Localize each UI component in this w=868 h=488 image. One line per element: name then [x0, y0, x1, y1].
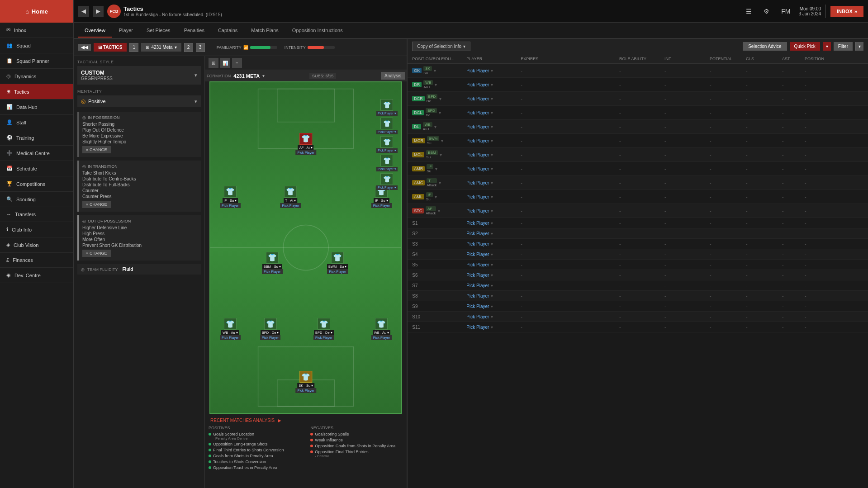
- mentality-dropdown-icon[interactable]: ▾: [194, 99, 197, 104]
- pick-player-btn[interactable]: Pick Player: [466, 124, 489, 129]
- expand-icon[interactable]: ▾: [434, 68, 436, 73]
- pick-player-btn[interactable]: Pick Player: [466, 68, 489, 73]
- sidebar-item-dev-centre[interactable]: ◉ Dev. Centre: [0, 268, 73, 283]
- player-expand-icon[interactable]: ▾: [491, 124, 493, 129]
- dcr-dropdown[interactable]: ▾: [331, 331, 332, 335]
- player-expand-icon[interactable]: ▾: [491, 314, 493, 319]
- player-expand-icon[interactable]: ▾: [491, 138, 493, 143]
- mcr-pick-btn[interactable]: Pick Player: [327, 269, 348, 274]
- player-expand-icon[interactable]: ▾: [491, 242, 493, 246]
- player-expand-icon[interactable]: ▾: [491, 82, 493, 87]
- pick-player-btn[interactable]: Pick Player: [466, 110, 489, 115]
- inbox-button[interactable]: INBOX »: [830, 6, 863, 17]
- player-expand-icon[interactable]: ▾: [491, 110, 493, 115]
- player-expand-icon[interactable]: ▾: [491, 68, 493, 73]
- dr-pick-btn[interactable]: Pick Player: [371, 335, 392, 340]
- aml-dropdown[interactable]: ▾: [235, 199, 237, 203]
- sidebar-item-inbox[interactable]: ✉ Inbox: [0, 23, 73, 38]
- amr-pick-btn[interactable]: Pick Player: [371, 203, 392, 208]
- tab-opposition[interactable]: Opposition Instructions: [286, 24, 349, 38]
- pick-player-btn[interactable]: Pick Player: [466, 242, 489, 246]
- sidebar-item-club-vision[interactable]: ◈ Club Vision: [0, 237, 73, 253]
- settings-button[interactable]: ⚙: [760, 6, 773, 17]
- expand-icon[interactable]: ▾: [435, 166, 437, 171]
- fm-button[interactable]: FM: [778, 6, 794, 17]
- amr-dropdown[interactable]: ▾: [386, 199, 388, 203]
- rm-title[interactable]: RECENT MATCHES ANALYSIS ▶: [209, 418, 403, 423]
- pick-player-btn[interactable]: Pick Player: [466, 231, 489, 236]
- collapse-button[interactable]: ◀◀: [78, 44, 91, 51]
- filter-btn[interactable]: Filter: [834, 42, 853, 51]
- expand-icon[interactable]: ▾: [439, 110, 441, 115]
- sidebar-item-scouting[interactable]: 🔍 Scouting: [0, 192, 73, 207]
- player-expand-icon[interactable]: ▾: [491, 152, 493, 157]
- amc-pick-btn[interactable]: Pick Player: [280, 203, 301, 208]
- pick-player-btn[interactable]: Pick Player: [466, 273, 489, 278]
- pick-player-btn[interactable]: Pick Player: [466, 325, 489, 330]
- pick-player-btn[interactable]: Pick Player: [466, 221, 489, 226]
- sidebar-item-staff[interactable]: 👤 Staff: [0, 115, 73, 130]
- expand-icon[interactable]: ▾: [440, 152, 442, 157]
- sidebar-item-tactics[interactable]: ⊞ Tactics: [0, 84, 73, 99]
- dr-dropdown[interactable]: ▾: [387, 331, 389, 335]
- sidebar-item-squad[interactable]: 👥 Squad: [0, 38, 73, 53]
- side-pick-btn-1[interactable]: Pick Player ▾: [376, 111, 398, 116]
- sidebar-item-transfers[interactable]: ↔ Transfers: [0, 207, 73, 222]
- copy-selection-btn[interactable]: Copy of Selection Info ▾: [412, 42, 470, 51]
- slot3-btn[interactable]: 3: [196, 43, 205, 52]
- expand-icon[interactable]: ▾: [435, 194, 437, 199]
- forward-button[interactable]: ▶: [93, 6, 104, 17]
- change-oop-btn[interactable]: » CHANGE: [82, 250, 111, 257]
- player-expand-icon[interactable]: ▾: [491, 325, 493, 330]
- mcr-dropdown[interactable]: ▾: [345, 265, 346, 269]
- tab-penalties[interactable]: Penalties: [178, 24, 211, 38]
- dcl-pick-btn[interactable]: Pick Player: [260, 335, 281, 340]
- player-expand-icon[interactable]: ▾: [491, 208, 493, 213]
- sidebar-item-training[interactable]: ⚽ Training: [0, 130, 73, 146]
- tab-match-plans[interactable]: Match Plans: [245, 24, 285, 38]
- expand-icon[interactable]: ▾: [434, 124, 436, 129]
- field-view-btn[interactable]: ⊞: [209, 58, 218, 68]
- stc-dropdown[interactable]: ▾: [311, 146, 313, 150]
- sidebar-item-competitions[interactable]: 🏆 Competitions: [0, 176, 73, 192]
- quick-pick-btn[interactable]: Quick Pick: [790, 42, 820, 51]
- player-expand-icon[interactable]: ▾: [491, 194, 493, 199]
- back-button[interactable]: ◀: [78, 6, 89, 17]
- sidebar-item-club-info[interactable]: ℹ Club Info: [0, 222, 73, 237]
- sidebar-item-finances[interactable]: £ Finances: [0, 253, 73, 268]
- pick-player-btn[interactable]: Pick Player: [466, 166, 489, 171]
- pick-player-btn[interactable]: Pick Player: [466, 294, 489, 298]
- pick-player-btn[interactable]: Pick Player: [466, 283, 489, 288]
- player-expand-icon[interactable]: ▾: [491, 304, 493, 309]
- home-button[interactable]: ⌂ Home: [25, 8, 48, 15]
- player-expand-icon[interactable]: ▾: [491, 180, 493, 185]
- player-expand-icon[interactable]: ▾: [491, 221, 493, 226]
- pick-player-btn[interactable]: Pick Player: [466, 96, 489, 101]
- pick-player-btn[interactable]: Pick Player: [466, 152, 489, 157]
- expand-icon[interactable]: ▾: [439, 180, 441, 185]
- player-expand-icon[interactable]: ▾: [491, 262, 493, 267]
- amc-dropdown[interactable]: ▾: [294, 199, 296, 203]
- pick-player-btn[interactable]: Pick Player: [466, 252, 489, 257]
- player-expand-icon[interactable]: ▾: [491, 252, 493, 257]
- gk-pick-btn[interactable]: Pick Player: [295, 388, 316, 393]
- pick-player-btn[interactable]: Pick Player: [466, 180, 489, 185]
- player-expand-icon[interactable]: ▾: [491, 283, 493, 288]
- player-expand-icon[interactable]: ▾: [491, 294, 493, 298]
- tab-overview[interactable]: Overview: [78, 24, 112, 38]
- mcl-dropdown[interactable]: ▾: [279, 265, 281, 269]
- tab-captains[interactable]: Captains: [212, 24, 244, 38]
- dl-pick-btn[interactable]: Pick Player: [220, 335, 241, 340]
- pick-player-btn[interactable]: Pick Player: [466, 314, 489, 319]
- sidebar-item-medical[interactable]: ➕ Medical Centre: [0, 146, 73, 161]
- pick-player-btn[interactable]: Pick Player: [466, 82, 489, 87]
- tab-set-pieces[interactable]: Set Pieces: [140, 24, 177, 38]
- dl-dropdown[interactable]: ▾: [236, 331, 238, 335]
- side-pick-btn-4[interactable]: Pick Player ▾: [376, 167, 398, 171]
- tab-player[interactable]: Player: [113, 24, 139, 38]
- change-possession-btn[interactable]: » CHANGE: [82, 146, 111, 153]
- side-pick-btn-3[interactable]: Pick Player ▾: [376, 148, 398, 153]
- stats-view-btn[interactable]: 📊: [220, 58, 230, 68]
- gk-dropdown[interactable]: ▾: [311, 384, 313, 388]
- dcl-dropdown[interactable]: ▾: [277, 331, 279, 335]
